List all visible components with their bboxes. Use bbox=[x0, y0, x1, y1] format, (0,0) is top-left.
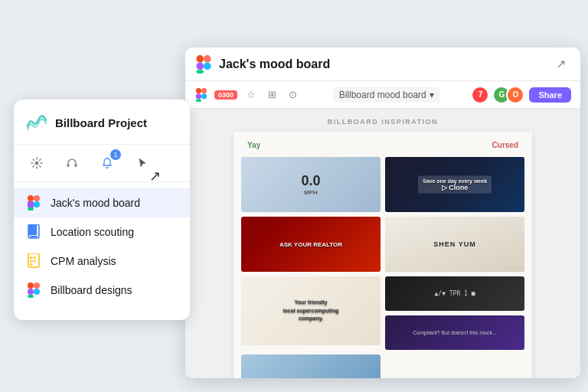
toolbar-figma-logo-icon bbox=[194, 88, 208, 102]
version-badge: 0300 bbox=[214, 90, 237, 100]
wave-logo-icon bbox=[26, 112, 47, 133]
billboard-image-2: Save one day every week▷ Clone bbox=[385, 157, 524, 212]
svg-point-8 bbox=[34, 201, 40, 207]
svg-rect-28 bbox=[204, 55, 211, 63]
billboard-image-bottom bbox=[241, 354, 381, 378]
figma-canvas: BILLBOARD INSPIRATION Yay Cursed 0.0 MPH bbox=[185, 109, 580, 378]
billboard-image-5: Your friendlylocal supercomputingcompany… bbox=[241, 276, 381, 345]
figma-icon-2 bbox=[26, 283, 41, 298]
svg-rect-19 bbox=[30, 260, 33, 263]
toolbar-share-icon[interactable]: ⊙ bbox=[286, 87, 300, 102]
figma-title-logo-icon bbox=[194, 55, 213, 74]
notification-icon-btn[interactable]: 1 bbox=[96, 152, 118, 174]
speed-unit: MPH bbox=[301, 189, 320, 196]
svg-rect-2 bbox=[75, 164, 77, 167]
svg-rect-21 bbox=[30, 263, 33, 266]
figma-titlebar: Jack's mood board ↗ bbox=[185, 47, 580, 81]
svg-rect-4 bbox=[34, 195, 40, 201]
svg-rect-22 bbox=[28, 283, 34, 289]
svg-point-31 bbox=[204, 62, 211, 70]
sidebar-item-cpm-analysis[interactable]: CPM analysis bbox=[14, 247, 190, 276]
toolbar-star-icon[interactable]: ☆ bbox=[243, 87, 259, 102]
svg-rect-27 bbox=[196, 55, 204, 63]
svg-rect-15 bbox=[30, 233, 34, 234]
tag-row: Yay Cursed bbox=[241, 139, 524, 151]
figma-window-title: Jack's mood board bbox=[219, 57, 544, 71]
mood-board-frame: Yay Cursed 0.0 MPH ASK YOUR REALTOR bbox=[234, 132, 532, 378]
cursed-tag: Cursed bbox=[486, 139, 524, 151]
avatar-group: G O bbox=[492, 86, 524, 104]
share-button[interactable]: Share bbox=[529, 87, 571, 103]
cpm-analysis-label: CPM analysis bbox=[51, 255, 116, 267]
billboard-overlay-2: Save one day every week▷ Clone bbox=[418, 176, 492, 194]
sidebar-nav: Jack's mood board Location scouting bbox=[14, 182, 190, 311]
billboard-image-8: Compliant? But doesn't this mock... bbox=[385, 315, 524, 350]
svg-rect-6 bbox=[28, 201, 34, 207]
yay-tag: Yay bbox=[241, 139, 266, 151]
billboard-overlay-5: Your friendlylocal supercomputingcompany… bbox=[283, 299, 339, 323]
sidebar-title: Billboard Project bbox=[55, 116, 147, 129]
figma-window: Jack's mood board ↗ 0300 ☆ ⊞ ⊙ Billboard… bbox=[185, 47, 580, 378]
breadcrumb-text: Billboard mood board bbox=[339, 90, 426, 100]
billboard-overlay-3: ASK YOUR REALTOR bbox=[279, 241, 342, 248]
settings-icon-btn[interactable] bbox=[26, 152, 47, 174]
svg-rect-25 bbox=[28, 295, 34, 298]
docs-icon bbox=[26, 224, 41, 240]
svg-rect-3 bbox=[28, 195, 34, 201]
breadcrumb-chevron-icon: ▾ bbox=[430, 90, 434, 100]
figma-icon bbox=[26, 195, 41, 211]
sheets-icon bbox=[26, 253, 41, 269]
breadcrumb-btn[interactable]: Billboard mood board ▾ bbox=[333, 87, 440, 103]
cursor-tools-icon-btn[interactable]: ↗ bbox=[132, 152, 153, 174]
svg-rect-1 bbox=[67, 164, 70, 167]
toolbar-center: Billboard mood board ▾ bbox=[306, 87, 466, 103]
svg-rect-34 bbox=[196, 93, 201, 99]
toolbar-left: 0300 ☆ ⊞ ⊙ bbox=[194, 87, 300, 102]
svg-rect-24 bbox=[28, 289, 34, 295]
figma-toolbar: 0300 ☆ ⊞ ⊙ Billboard mood board ▾ 7 G O … bbox=[185, 81, 580, 109]
canvas-frame-label: BILLBOARD INSPIRATION bbox=[328, 118, 438, 126]
svg-rect-13 bbox=[30, 228, 36, 230]
notification-badge: 1 bbox=[110, 149, 121, 160]
svg-rect-17 bbox=[30, 256, 33, 259]
toolbar-grid-icon[interactable]: ⊞ bbox=[265, 87, 279, 102]
mood-board-label: Jack's mood board bbox=[51, 197, 140, 209]
avatar-user2: O bbox=[506, 86, 524, 104]
headphones-icon-btn[interactable] bbox=[61, 152, 83, 174]
svg-rect-35 bbox=[196, 99, 201, 102]
sidebar-header: Billboard Project bbox=[14, 112, 190, 145]
sidebar-item-mood-board[interactable]: Jack's mood board bbox=[14, 188, 190, 217]
expand-icon-btn[interactable]: ↗ bbox=[550, 54, 571, 75]
svg-rect-29 bbox=[196, 62, 204, 70]
sidebar-icon-row: 1 ↗ bbox=[14, 145, 190, 182]
svg-point-0 bbox=[35, 162, 39, 165]
svg-point-26 bbox=[34, 289, 40, 295]
billboard-image-6: ▲/▼ TPR 1 ■ bbox=[385, 276, 524, 311]
svg-rect-18 bbox=[34, 256, 37, 259]
svg-rect-14 bbox=[30, 230, 36, 232]
sidebar-item-location-scouting[interactable]: Location scouting bbox=[14, 217, 190, 247]
billboard-image-1: 0.0 MPH bbox=[241, 157, 381, 212]
svg-rect-20 bbox=[34, 260, 37, 263]
billboard-image-4: SHEN YUM bbox=[385, 217, 524, 272]
user-count-badge: 7 bbox=[472, 87, 488, 103]
speed-number: 0.0 bbox=[301, 173, 320, 189]
location-scouting-label: Location scouting bbox=[51, 226, 134, 238]
sidebar-panel: Billboard Project 1 bbox=[14, 100, 190, 320]
sidebar-item-billboard-designs[interactable]: Billboard designs bbox=[14, 276, 190, 305]
svg-rect-7 bbox=[28, 207, 34, 211]
svg-rect-32 bbox=[196, 88, 201, 93]
toolbar-right: 7 G O Share bbox=[472, 86, 571, 104]
svg-point-36 bbox=[201, 93, 207, 99]
svg-rect-30 bbox=[196, 70, 204, 74]
svg-rect-33 bbox=[201, 88, 207, 93]
billboard-image-3: ASK YOUR REALTOR bbox=[241, 217, 381, 272]
svg-rect-23 bbox=[34, 283, 40, 289]
billboard-designs-label: Billboard designs bbox=[51, 284, 132, 296]
